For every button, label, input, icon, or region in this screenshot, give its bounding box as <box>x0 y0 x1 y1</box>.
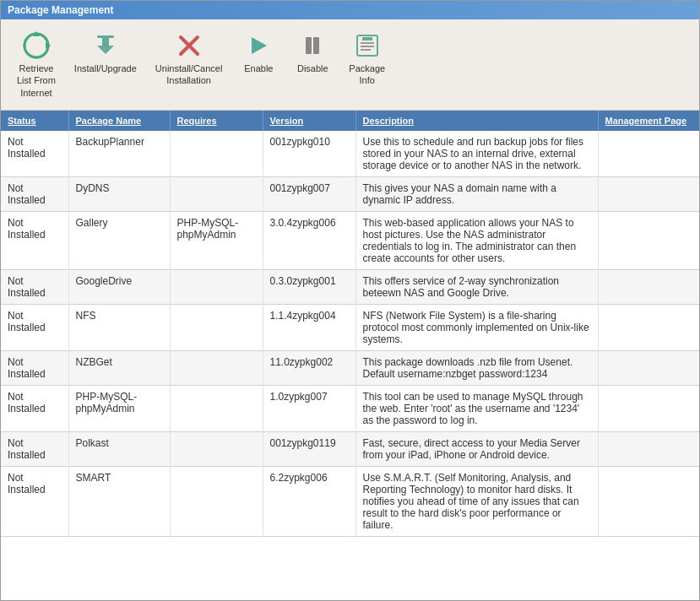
table-body: Not InstalledBackupPlanner001zypkg010Use… <box>1 131 699 537</box>
version-cell: 1.0zypkg007 <box>263 385 355 431</box>
description-cell: NFS (Network File System) is a file-shar… <box>355 304 598 350</box>
status-cell: Not Installed <box>1 385 68 431</box>
install-button[interactable]: Install/Upgrade <box>67 26 144 79</box>
disable-icon <box>297 30 328 61</box>
description-cell: This package downloads .nzb file from Us… <box>355 350 598 385</box>
version-cell: 3.0.4zypkg006 <box>263 211 355 269</box>
version-cell: 0.3.0zypkg001 <box>263 269 355 304</box>
retrieve-label: RetrieveList FromInternet <box>17 62 56 99</box>
name-cell: Polkast <box>68 431 170 466</box>
description-cell: This tool can be used to manage MySQL th… <box>355 385 598 431</box>
name-cell: SMART <box>68 466 170 536</box>
install-icon <box>90 30 121 61</box>
name-cell: GoogleDrive <box>68 269 170 304</box>
header-status[interactable]: Status <box>1 111 68 131</box>
status-cell: Not Installed <box>1 269 68 304</box>
status-cell: Not Installed <box>1 211 68 269</box>
svg-rect-10 <box>313 37 319 54</box>
name-cell: Gallery <box>68 211 170 269</box>
version-cell: 1.1.4zypkg004 <box>263 304 355 350</box>
mgmt-cell <box>598 176 699 211</box>
requires-cell <box>170 269 263 304</box>
mgmt-cell <box>598 211 699 269</box>
uninstall-label: Uninstall/CancelInstallation <box>155 62 222 87</box>
svg-rect-9 <box>306 37 312 54</box>
header-package-name[interactable]: Package Name <box>68 111 170 131</box>
uninstall-icon <box>174 30 204 61</box>
package-info-button[interactable]: PackageInfo <box>341 26 393 91</box>
svg-marker-5 <box>97 46 114 54</box>
requires-cell <box>170 466 263 536</box>
header-mgmt[interactable]: Management Page <box>598 111 699 131</box>
disable-label: Disable <box>297 62 328 74</box>
table-row[interactable]: Not InstalledDyDNS001zypkg007This gives … <box>1 176 699 211</box>
status-cell: Not Installed <box>1 350 68 385</box>
mgmt-cell <box>598 385 699 431</box>
mgmt-cell <box>598 350 699 385</box>
status-cell: Not Installed <box>1 176 68 211</box>
description-cell: This offers service of 2-way synchroniza… <box>355 269 598 304</box>
table-row[interactable]: Not InstalledNZBGet11.0zypkg002This pack… <box>1 350 699 385</box>
table-row[interactable]: Not InstalledBackupPlanner001zypkg010Use… <box>1 131 699 177</box>
table-row[interactable]: Not InstalledPHP-MySQL-phpMyAdmin1.0zypk… <box>1 385 699 431</box>
description-cell: Use this to schedule and run backup jobs… <box>355 131 598 177</box>
window-title: Package Management <box>8 4 113 16</box>
description-cell: Use S.M.A.R.T. (Self Monitoring, Analysi… <box>355 466 598 536</box>
svg-rect-14 <box>361 46 374 47</box>
info-icon <box>352 30 383 61</box>
enable-button[interactable]: Enable <box>233 26 284 79</box>
version-cell: 6.2zypkg006 <box>263 466 355 536</box>
name-cell: PHP-MySQL-phpMyAdmin <box>68 385 170 431</box>
retrieve-icon <box>21 30 52 61</box>
version-cell: 001zypkg007 <box>263 176 355 211</box>
table-row[interactable]: Not InstalledSMART6.2zypkg006Use S.M.A.R… <box>1 466 699 536</box>
status-cell: Not Installed <box>1 304 68 350</box>
table-row[interactable]: Not InstalledGalleryPHP-MySQL-phpMyAdmin… <box>1 211 699 269</box>
header-description[interactable]: Description <box>355 111 598 131</box>
requires-cell <box>170 131 263 177</box>
header-version[interactable]: Version <box>263 111 355 131</box>
svg-rect-12 <box>362 37 372 41</box>
mgmt-cell <box>598 431 699 466</box>
title-bar: Package Management <box>1 1 699 19</box>
name-cell: DyDNS <box>68 176 170 211</box>
disable-button[interactable]: Disable <box>287 26 338 79</box>
enable-label: Enable <box>244 62 273 74</box>
table-row[interactable]: Not InstalledNFS1.1.4zypkg004NFS (Networ… <box>1 304 699 350</box>
version-cell: 001zypkg0119 <box>263 431 355 466</box>
description-cell: This web-based application allows your N… <box>355 211 598 269</box>
package-table-container[interactable]: Status Package Name Requires Version Des… <box>1 111 699 600</box>
requires-cell: PHP-MySQL-phpMyAdmin <box>170 211 263 269</box>
status-cell: Not Installed <box>1 466 68 536</box>
svg-rect-13 <box>361 42 374 44</box>
table-row[interactable]: Not InstalledGoogleDrive0.3.0zypkg001Thi… <box>1 269 699 304</box>
table-row[interactable]: Not InstalledPolkast001zypkg0119Fast, se… <box>1 431 699 466</box>
install-label: Install/Upgrade <box>74 62 137 74</box>
package-info-label: PackageInfo <box>349 62 385 87</box>
version-cell: 001zypkg010 <box>263 131 355 177</box>
requires-cell <box>170 304 263 350</box>
svg-rect-15 <box>361 49 371 51</box>
mgmt-cell <box>598 466 699 536</box>
mgmt-cell <box>598 304 699 350</box>
svg-rect-3 <box>97 35 114 38</box>
package-table: Status Package Name Requires Version Des… <box>1 111 699 537</box>
table-header-row: Status Package Name Requires Version Des… <box>1 111 699 131</box>
uninstall-button[interactable]: Uninstall/CancelInstallation <box>148 26 230 91</box>
name-cell: BackupPlanner <box>68 131 170 177</box>
name-cell: NZBGet <box>68 350 170 385</box>
status-cell: Not Installed <box>1 431 68 466</box>
requires-cell <box>170 176 263 211</box>
description-cell: Fast, secure, direct access to your Medi… <box>355 431 598 466</box>
description-cell: This gives your NAS a domain name with a… <box>355 176 598 211</box>
mgmt-cell <box>598 131 699 177</box>
enable-icon <box>243 30 274 61</box>
name-cell: NFS <box>68 304 170 350</box>
mgmt-cell <box>598 269 699 304</box>
status-cell: Not Installed <box>1 131 68 177</box>
header-requires[interactable]: Requires <box>170 111 263 131</box>
requires-cell <box>170 350 263 385</box>
package-management-window: Package Management RetrieveList FromInte… <box>0 0 700 601</box>
retrieve-button[interactable]: RetrieveList FromInternet <box>9 26 63 103</box>
requires-cell <box>170 385 263 431</box>
